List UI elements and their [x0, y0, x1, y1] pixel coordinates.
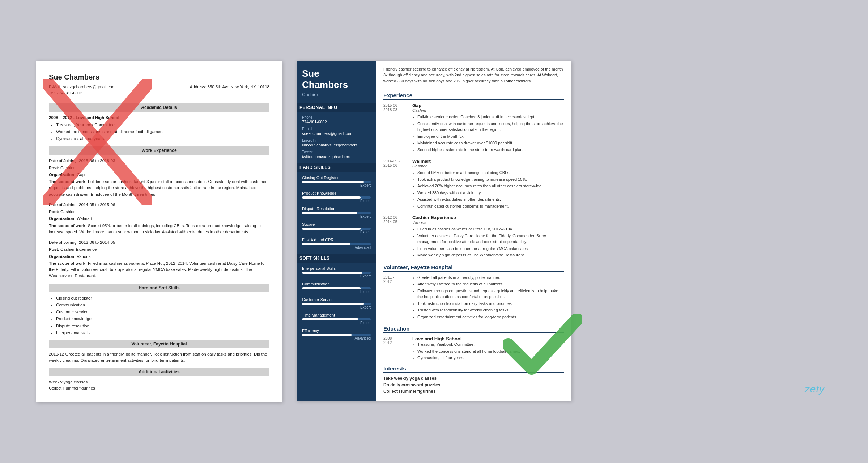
tel-value: 774-981-6002	[56, 91, 82, 95]
exp-dates-1: 2014-05 -2015-06	[383, 158, 412, 210]
volunteer-dates: 2011 -2012	[383, 275, 412, 321]
tel-label: Tel:	[49, 91, 55, 95]
work-org-0: Organization: Gap	[49, 172, 269, 178]
skill-4: Dispute resolution	[56, 323, 269, 329]
hard-skill-3: Square Expert	[302, 222, 371, 234]
edu-entry-0: 2008 -2012 Loveland High School Treasure…	[383, 336, 564, 362]
work-org-2: Organization: Various	[49, 254, 269, 260]
exp-bullets-2: Filled in as cashier as waiter at Pizza …	[417, 226, 564, 258]
additional-1: Collect Hummel figurines	[49, 385, 269, 391]
volunteer-header-left: Volunteer, Fayette Hospital	[49, 340, 269, 348]
email-value-right: suezqchambers@gmail.com	[302, 131, 371, 136]
page-container: Sue Chambers E-Mail: suezqchambers@gmail…	[36, 61, 832, 402]
exp-dates-0: 2015-06 -2018-03	[383, 103, 412, 153]
soft-skill-bar-2	[302, 303, 371, 305]
exp-entry-2: 2012-06 -2014-05 Cashier Experience Vari…	[383, 215, 564, 259]
academic-bullets: Treasurer, Yearbook Committee. Worked th…	[56, 122, 269, 142]
volunteer-text-left: 2011-12 Greeted all patients in a friend…	[49, 351, 269, 364]
work-post-2: Post: Cashier Experience	[49, 246, 269, 252]
soft-skill-bar-1	[302, 287, 371, 289]
hard-skill-bar-0	[302, 181, 371, 183]
work-header: Work Experience	[49, 146, 269, 155]
additional-header: Additional activities	[49, 368, 269, 376]
hard-skill-4: First Aid and CPR Advanced	[302, 238, 371, 250]
interest-2: Collect Hummel figurines	[383, 389, 564, 394]
experience-title: Experience	[383, 92, 564, 100]
interest-0: Take weekly yoga classes	[383, 376, 564, 381]
academic-bullet-3: Gymnastics, all four years.	[56, 136, 269, 142]
work-post-0: Post: Cashier	[49, 165, 269, 171]
academic-header: Academic Details	[49, 103, 269, 112]
hard-skills-header: Hard Skills	[297, 163, 376, 172]
phone-value: 774-981-6002	[302, 120, 371, 124]
exp-dates-2: 2012-06 -2014-05	[383, 215, 412, 259]
skills-header: Hard and Soft Skills	[49, 284, 269, 292]
hard-skill-bar-3	[302, 228, 371, 230]
work-scope-1: The scope of work: Scored 95% or better …	[49, 223, 269, 235]
soft-skill-4: Efficiency Advanced	[302, 328, 371, 340]
right-title: Cashier	[302, 92, 371, 97]
edu-dates-0: 2008 -2012	[383, 336, 412, 362]
academic-date: 2008 – 2012 - Loveland High School	[49, 115, 269, 121]
soft-skill-2: Customer Service Expert	[302, 297, 371, 309]
hard-skill-1: Product Knowledge Expert	[302, 191, 371, 203]
right-name: SueChambers	[302, 68, 371, 90]
soft-skill-1: Communication Expert	[302, 282, 371, 294]
soft-skill-bar-4	[302, 334, 371, 336]
skills-list: Closing out register Communication Custo…	[56, 295, 269, 336]
exp-content-1: Walmart Cashier Scored 95% or better in …	[412, 158, 564, 210]
exp-bullets-0: Full-time senior cashier. Coached 3 juni…	[417, 114, 564, 153]
edu-bullets-0: Treasurer, Yearbook Committee. Worked th…	[417, 341, 564, 361]
zety-watermark: zety	[805, 383, 825, 395]
hard-skill-bar-4	[302, 243, 371, 245]
soft-skill-bar-3	[302, 318, 371, 320]
phone-label: Phone	[302, 115, 371, 119]
interests-header: Interests	[383, 365, 564, 373]
resume-right: SueChambers Cashier Personal Info Phone …	[297, 61, 571, 401]
linkedin-label: LinkedIn	[302, 139, 371, 143]
work-scope-0: The scope of work: Full-time senior cash…	[49, 179, 269, 197]
right-sidebar: SueChambers Cashier Personal Info Phone …	[297, 61, 376, 401]
hard-skill-2: Dispute Resolution Expert	[302, 207, 371, 218]
exp-content-0: Gap Cashier Full-time senior cashier. Co…	[412, 103, 564, 153]
edu-content-0: Loveland High School Treasurer, Yearbook…	[412, 336, 564, 362]
soft-skill-0: Interpersonal Skills Expert	[302, 266, 371, 278]
skill-1: Communication	[56, 302, 269, 308]
exp-bullets-1: Scored 95% or better in all trainings, i…	[417, 170, 564, 209]
left-divider-1	[49, 99, 269, 99]
email-label: E-Mail:	[49, 85, 62, 89]
volunteer-entry: 2011 -2012 Greeted all patients in a fri…	[383, 275, 564, 321]
academic-entry: 2008 – 2012 - Loveland High School Treas…	[49, 115, 269, 142]
hard-skill-0: Closing Out Register Expert	[302, 175, 371, 187]
soft-skill-3: Time Management Expert	[302, 313, 371, 325]
academic-bullet-1: Treasurer, Yearbook Committee.	[56, 122, 269, 128]
email-value: suezqchambers@gmail.com	[63, 85, 115, 89]
skill-5: Interpersonal skills	[56, 330, 269, 336]
left-contact-right: Address: 350 5th Ave New York, NY, 10118	[190, 84, 269, 97]
resume-left: Sue Chambers E-Mail: suezqchambers@gmail…	[36, 61, 282, 402]
exp-content-2: Cashier Experience Various Filled in as …	[412, 215, 564, 259]
education-header: Education	[383, 326, 564, 333]
skill-0: Closing out register	[56, 295, 269, 301]
exp-entry-1: 2014-05 -2015-06 Walmart Cashier Scored …	[383, 158, 564, 210]
academic-bullet-2: Worked the concessions stand at all home…	[56, 129, 269, 135]
address-label: Address:	[190, 85, 206, 89]
skill-3: Product knowledge	[56, 316, 269, 322]
work-entry-1: Date of Joining: 2014-05 to 2015-06 Post…	[49, 202, 269, 235]
volunteer-bullets: Greeted all patients in a friendly, poli…	[417, 275, 564, 320]
exp-entry-0: 2015-06 -2018-03 Gap Cashier Full-time s…	[383, 103, 564, 153]
hard-skill-bar-1	[302, 196, 371, 199]
volunteer-header-right: Volunteer, Fayette Hospital	[383, 264, 564, 272]
address-value: 350 5th Ave New York, NY, 10118	[207, 85, 269, 89]
interest-1: Do daily crossword puzzles	[383, 382, 564, 387]
skill-2: Customer service	[56, 309, 269, 315]
left-contact-row: E-Mail: suezqchambers@gmail.com Tel: 774…	[49, 84, 269, 97]
left-contact-left: E-Mail: suezqchambers@gmail.com Tel: 774…	[49, 84, 115, 97]
right-main-content: Friendly cashier seeking to enhance effi…	[376, 61, 571, 401]
right-summary: Friendly cashier seeking to enhance effi…	[383, 66, 564, 88]
twitter-value: twitter.com/suezqchambers	[302, 154, 371, 159]
personal-info-header: Personal Info	[297, 103, 376, 112]
twitter-label: Twitter	[302, 150, 371, 154]
hard-skill-bar-2	[302, 212, 371, 214]
work-entry-2: Date of Joining: 2012-06 to 2014-05 Post…	[49, 239, 269, 279]
